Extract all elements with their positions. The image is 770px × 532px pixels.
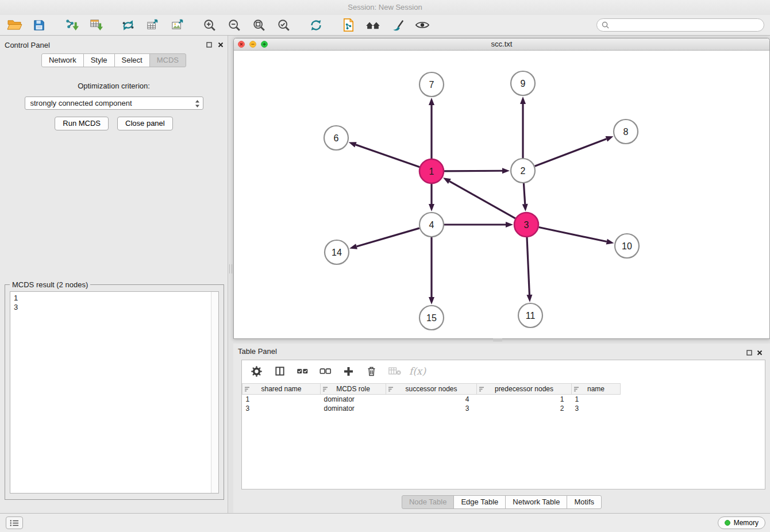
open-session-button[interactable] bbox=[6, 17, 23, 34]
graph-edge-4-15[interactable] bbox=[429, 237, 434, 304]
graph-edge-4-14[interactable] bbox=[349, 228, 419, 249]
cell-successor-nodes[interactable]: 4 bbox=[386, 395, 477, 404]
create-column-button[interactable] bbox=[341, 364, 356, 379]
cell-mcds-role[interactable]: dominator bbox=[321, 404, 386, 413]
tab-style[interactable]: Style bbox=[83, 53, 115, 67]
graph-node-10[interactable]: 10 bbox=[615, 234, 639, 258]
graph-node-15[interactable]: 15 bbox=[419, 306, 444, 330]
column-header-successor-nodes[interactable]: successor nodes bbox=[386, 384, 477, 395]
graph-edge-1-2[interactable] bbox=[444, 168, 510, 174]
style-button[interactable] bbox=[389, 17, 406, 34]
search-box[interactable] bbox=[596, 18, 764, 32]
table-row[interactable]: 1 dominator 4 1 1 bbox=[242, 395, 621, 404]
graph-edge-3-1[interactable] bbox=[443, 178, 515, 218]
refresh-view-button[interactable] bbox=[307, 17, 325, 34]
import-network-button[interactable] bbox=[63, 17, 80, 34]
graph-node-14[interactable]: 14 bbox=[325, 240, 349, 264]
tab-network-table[interactable]: Network Table bbox=[505, 495, 567, 509]
delete-table-button[interactable] bbox=[387, 364, 402, 379]
float-panel-button[interactable] bbox=[205, 41, 214, 49]
graph-node-3[interactable]: 3 bbox=[514, 213, 538, 237]
sort-icon bbox=[574, 387, 579, 392]
delete-column-button[interactable] bbox=[364, 364, 379, 379]
column-header-shared-name[interactable]: shared name bbox=[242, 384, 321, 395]
graph-edge-1-7[interactable] bbox=[429, 98, 434, 159]
close-panel-button[interactable] bbox=[216, 41, 225, 49]
tab-network[interactable]: Network bbox=[41, 53, 84, 67]
graph-edge-4-3[interactable] bbox=[444, 222, 513, 228]
column-header-name[interactable]: name bbox=[572, 384, 621, 395]
graph-node-1[interactable]: 1 bbox=[419, 159, 444, 183]
cell-shared-name[interactable]: 3 bbox=[242, 404, 321, 413]
export-image-button[interactable] bbox=[169, 17, 186, 34]
home-button[interactable] bbox=[364, 17, 382, 34]
mcds-result-list[interactable]: 1 3 bbox=[10, 291, 219, 494]
cell-name[interactable]: 1 bbox=[572, 395, 621, 404]
cell-mcds-role[interactable]: dominator bbox=[321, 395, 386, 404]
network-canvas[interactable]: 1234678910111415 bbox=[234, 51, 769, 338]
column-header-mcds-role[interactable]: MCDS role bbox=[321, 384, 386, 395]
zoom-fit-button[interactable] bbox=[251, 17, 268, 34]
result-scrollbar[interactable] bbox=[211, 292, 218, 493]
paintbrush-icon bbox=[391, 18, 405, 32]
zoom-in-button[interactable] bbox=[201, 17, 218, 34]
graph-edge-3-11[interactable] bbox=[526, 237, 532, 302]
window-title: Session: New Session bbox=[348, 3, 422, 11]
tab-node-table[interactable]: Node Table bbox=[402, 495, 455, 509]
memory-button[interactable]: Memory bbox=[718, 516, 765, 529]
graph-node-8[interactable]: 8 bbox=[614, 119, 638, 144]
zoom-window-button[interactable] bbox=[261, 41, 268, 48]
import-table-button[interactable] bbox=[87, 17, 105, 34]
graph-node-4[interactable]: 4 bbox=[419, 213, 444, 237]
graph-node-6[interactable]: 6 bbox=[324, 126, 348, 150]
close-panel-push-button[interactable]: Close panel bbox=[117, 117, 173, 130]
network-document-button[interactable] bbox=[340, 17, 357, 34]
cell-successor-nodes[interactable]: 3 bbox=[386, 404, 477, 413]
select-all-columns-button[interactable] bbox=[295, 364, 310, 379]
result-item[interactable]: 3 bbox=[10, 303, 218, 312]
zoom-selected-button[interactable] bbox=[275, 17, 292, 34]
horizontal-splitter-grip[interactable] bbox=[493, 338, 502, 341]
graph-edge-2-8[interactable] bbox=[535, 136, 614, 166]
tab-motifs[interactable]: Motifs bbox=[567, 495, 602, 509]
unselect-all-columns-button[interactable] bbox=[318, 364, 333, 379]
minimize-window-button[interactable] bbox=[249, 41, 256, 48]
result-item[interactable]: 1 bbox=[10, 294, 218, 303]
graph-node-7[interactable]: 7 bbox=[419, 72, 444, 97]
show-columns-button[interactable] bbox=[272, 364, 287, 379]
apply-layout-button[interactable] bbox=[120, 17, 137, 34]
graph-edge-2-3[interactable] bbox=[522, 183, 528, 211]
graph-node-2[interactable]: 2 bbox=[511, 159, 535, 183]
graph-edge-1-6[interactable] bbox=[349, 142, 420, 167]
tab-edge-table[interactable]: Edge Table bbox=[453, 495, 506, 509]
graph-node-11[interactable]: 11 bbox=[518, 303, 542, 327]
zoom-out-button[interactable] bbox=[226, 17, 243, 34]
cell-shared-name[interactable]: 1 bbox=[242, 395, 321, 404]
tab-select[interactable]: Select bbox=[114, 53, 150, 67]
task-history-button[interactable] bbox=[6, 516, 23, 529]
run-mcds-button[interactable]: Run MCDS bbox=[55, 117, 109, 130]
close-window-button[interactable] bbox=[238, 41, 245, 48]
float-table-panel-button[interactable] bbox=[745, 349, 754, 357]
close-table-panel-button[interactable] bbox=[755, 349, 764, 357]
table-row[interactable]: 3 dominator 3 2 3 bbox=[242, 404, 621, 413]
function-builder-button[interactable]: f(x) bbox=[410, 364, 425, 379]
graph-edge-3-10[interactable] bbox=[539, 228, 614, 245]
optimization-criterion-dropdown[interactable]: strongly connected component bbox=[25, 97, 203, 110]
export-table-button[interactable] bbox=[144, 17, 161, 34]
network-graph[interactable]: 1234678910111415 bbox=[234, 51, 769, 338]
show-graphics-button[interactable] bbox=[414, 17, 431, 34]
table-settings-button[interactable] bbox=[249, 364, 264, 379]
vertical-splitter-grip[interactable] bbox=[229, 264, 232, 273]
search-input[interactable] bbox=[612, 21, 759, 29]
column-header-predecessor-nodes[interactable]: predecessor nodes bbox=[477, 384, 572, 395]
cell-predecessor-nodes[interactable]: 1 bbox=[477, 395, 572, 404]
network-window-titlebar[interactable]: scc.txt bbox=[234, 38, 769, 51]
save-session-button[interactable] bbox=[30, 17, 48, 34]
graph-node-9[interactable]: 9 bbox=[511, 71, 535, 95]
cell-predecessor-nodes[interactable]: 2 bbox=[477, 404, 572, 413]
graph-edge-1-4[interactable] bbox=[429, 184, 434, 211]
tab-mcds[interactable]: MCDS bbox=[149, 53, 186, 67]
cell-name[interactable]: 3 bbox=[572, 404, 621, 413]
graph-edge-2-9[interactable] bbox=[520, 97, 526, 158]
